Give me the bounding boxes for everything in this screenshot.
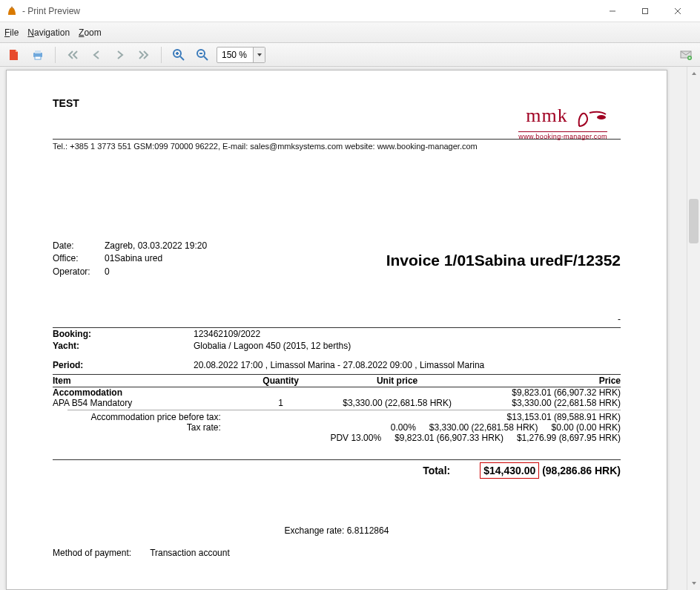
vertical-scrollbar[interactable] bbox=[687, 67, 700, 590]
col-qty: Quantity bbox=[239, 376, 323, 386]
details-block: Booking:123462109/2022 Yacht:Globalia / … bbox=[53, 328, 621, 371]
booking-value: 123462109/2022 bbox=[194, 329, 621, 339]
svg-line-13 bbox=[204, 56, 208, 60]
total-main: $14,430.00 bbox=[480, 462, 539, 479]
item-price: $9,823.01 (66,907.32 HRK) bbox=[472, 387, 621, 398]
item-qty: 1 bbox=[239, 398, 323, 408]
separator bbox=[161, 47, 162, 63]
document-area: mmk www.booking-manager.com TEST Tel.: +… bbox=[0, 67, 687, 590]
menu-zoom[interactable]: Zoom bbox=[79, 27, 102, 38]
document-page: mmk www.booking-manager.com TEST Tel.: +… bbox=[6, 70, 667, 590]
total-row: Total: $14,430.00 (98,286.86 HRK) bbox=[53, 460, 621, 476]
tax1-amt: $0.00 (0.00 HRK) bbox=[552, 422, 621, 433]
scroll-up-button[interactable] bbox=[687, 67, 700, 80]
title-bar: - Print Preview bbox=[0, 0, 700, 22]
payment-row: Method of payment: Transaction account bbox=[53, 548, 621, 558]
operator-label: Operator: bbox=[53, 266, 105, 278]
office-value: 01Sabina ured bbox=[105, 253, 162, 263]
tax1-base: $3,330.00 (22,681.58 HRK) bbox=[429, 422, 538, 433]
mail-button[interactable] bbox=[676, 45, 696, 65]
period-label: Period: bbox=[53, 360, 194, 370]
nav-last-button[interactable] bbox=[134, 45, 153, 65]
operator-value: 0 bbox=[105, 266, 110, 277]
zoom-input[interactable] bbox=[217, 47, 253, 62]
date-label: Date: bbox=[53, 240, 105, 252]
tax2-base: $9,823.01 (66,907.33 HRK) bbox=[394, 433, 503, 443]
tax1-pct: 0.00% bbox=[391, 422, 416, 433]
menu-navigation[interactable]: Navigation bbox=[27, 27, 70, 38]
brand-mark-icon bbox=[576, 108, 607, 130]
print-button[interactable] bbox=[28, 45, 47, 65]
svg-point-17 bbox=[597, 115, 606, 119]
contact-line: Tel.: +385 1 3773 551 GSM:099 70000 9622… bbox=[53, 140, 621, 151]
minimize-button[interactable] bbox=[596, 1, 629, 22]
nav-prev-button[interactable] bbox=[87, 45, 106, 65]
zoom-in-button[interactable] bbox=[169, 45, 188, 65]
col-item: Item bbox=[53, 376, 239, 386]
rule-thin bbox=[67, 410, 621, 410]
item-price: $3,330.00 (22,681.58 HRK) bbox=[472, 398, 621, 408]
scroll-down-button[interactable] bbox=[687, 577, 700, 590]
zoom-out-button[interactable] bbox=[193, 45, 212, 65]
page-content: TEST Tel.: +385 1 3773 551 GSM:099 70000… bbox=[7, 71, 667, 573]
scroll-thumb[interactable] bbox=[689, 199, 699, 243]
total-alt: (98,286.86 HRK) bbox=[542, 465, 621, 476]
svg-point-0 bbox=[11, 6, 13, 7]
zoom-dropdown-button[interactable] bbox=[253, 47, 265, 62]
exchange-rate: Exchange rate: 6.8112864 bbox=[53, 525, 621, 536]
header-left: Date:Zagreb, 03.03.2022 19:20 Office:01S… bbox=[53, 240, 207, 278]
yacht-value: Globalia / Lagoon 450 (2015, 12 berths) bbox=[194, 341, 621, 351]
svg-rect-7 bbox=[35, 56, 41, 59]
zoom-combo[interactable] bbox=[217, 47, 265, 63]
close-button[interactable] bbox=[661, 1, 694, 22]
tax2-label: PDV 13.00% bbox=[330, 433, 381, 443]
col-price: Price bbox=[472, 376, 621, 386]
maximize-button[interactable] bbox=[629, 1, 661, 22]
booking-label: Booking: bbox=[53, 329, 194, 339]
invoice-title: Invoice 1/01Sabina uredF/12352 bbox=[386, 252, 621, 269]
subtotal-block: Accommodation price before tax: $13,153.… bbox=[53, 412, 621, 443]
logo: mmk www.booking-manager.com bbox=[518, 105, 607, 140]
item-name: APA B54 Mandatory bbox=[53, 398, 239, 408]
svg-rect-6 bbox=[35, 50, 41, 53]
menu-bar: File Navigation Zoom bbox=[0, 22, 700, 43]
svg-rect-2 bbox=[643, 8, 648, 13]
nav-first-button[interactable] bbox=[63, 45, 82, 65]
separator bbox=[55, 47, 56, 63]
scroll-track[interactable] bbox=[687, 80, 700, 577]
item-unit: $3,330.00 (22,681.58 HRK) bbox=[323, 398, 472, 408]
total-label: Total: bbox=[53, 465, 480, 476]
tax2-amt: $1,276.99 (8,697.95 HRK) bbox=[517, 433, 621, 443]
brand-text: mmk bbox=[526, 105, 567, 126]
svg-line-9 bbox=[180, 56, 184, 60]
period-value: 20.08.2022 17:00 , Limassol Marina - 27.… bbox=[194, 360, 621, 370]
before-tax-label: Accommodation price before tax: bbox=[53, 412, 228, 422]
header-right: Invoice 1/01Sabina uredF/12352 bbox=[386, 240, 621, 278]
item-name: Accommodation bbox=[53, 387, 239, 398]
toolbar bbox=[0, 43, 700, 67]
menu-file[interactable]: File bbox=[4, 27, 19, 38]
app-icon bbox=[6, 5, 18, 17]
tax-rate-label: Tax rate: bbox=[53, 422, 228, 433]
items-body: Accommodation $9,823.01 (66,907.32 HRK) … bbox=[53, 387, 621, 408]
yacht-label: Yacht: bbox=[53, 341, 194, 351]
payment-label: Method of payment: bbox=[53, 548, 148, 558]
viewport: mmk www.booking-manager.com TEST Tel.: +… bbox=[0, 67, 700, 590]
payment-value: Transaction account bbox=[150, 548, 230, 558]
export-pdf-button[interactable] bbox=[4, 45, 24, 65]
before-tax-value: $13,153.01 (89,588.91 HRK) bbox=[507, 412, 621, 422]
date-value: Zagreb, 03.03.2022 19:20 bbox=[105, 240, 207, 251]
window-title: - Print Preview bbox=[22, 6, 80, 16]
nav-next-button[interactable] bbox=[110, 45, 130, 65]
col-unit: Unit price bbox=[323, 376, 472, 386]
office-label: Office: bbox=[53, 252, 105, 265]
brand-subtext: www.booking-manager.com bbox=[518, 131, 607, 140]
items-header: Item Quantity Unit price Price bbox=[53, 374, 621, 387]
dash-line: - bbox=[53, 314, 621, 324]
